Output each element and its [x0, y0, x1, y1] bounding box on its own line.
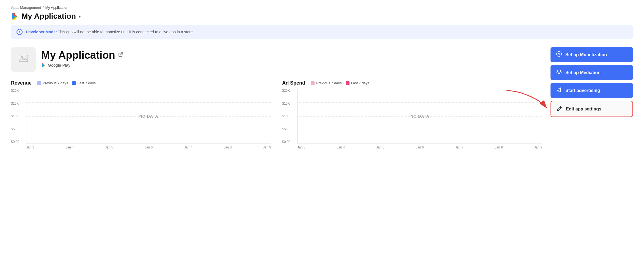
edit-icon	[557, 105, 563, 113]
buttons-panel: $ Set up Monetization Set up Mediation	[551, 47, 633, 117]
app-dropdown-button[interactable]: ▾	[79, 14, 81, 19]
setup-monetization-label: Set up Monetization	[565, 52, 607, 57]
revenue-last-dot	[72, 81, 76, 85]
page-title: My Application	[21, 12, 76, 21]
adspend-chart-header: Ad Spend Previous 7 days Last 7 days	[282, 80, 542, 86]
setup-mediation-label: Set up Mediation	[565, 70, 601, 75]
app-name-heading: My Application	[41, 49, 115, 61]
dev-mode-banner: ! Developer Mode: This app will not be a…	[11, 25, 633, 39]
dev-mode-text: Developer Mode: This app will not be abl…	[26, 30, 194, 34]
breadcrumb-separator: /	[43, 6, 44, 10]
revenue-prev-dot	[37, 81, 41, 85]
right-panel: $ Set up Monetization Set up Mediation	[551, 47, 633, 117]
adspend-last-dot	[346, 81, 349, 85]
adspend-legend-last: Last 7 days	[346, 81, 370, 85]
dev-mode-message: This app will not be able to monetize un…	[57, 30, 194, 34]
revenue-chart-area: NO DATA	[26, 89, 271, 144]
revenue-prev-label: Previous 7 days	[43, 81, 68, 85]
breadcrumb: Apps Management / My Application	[11, 6, 633, 10]
revenue-chart-header: Revenue Previous 7 days Last 7 days	[11, 80, 271, 86]
setup-monetization-button[interactable]: $ Set up Monetization	[551, 47, 633, 62]
app-name-main: My Application	[41, 49, 123, 61]
megaphone-icon	[556, 87, 562, 94]
revenue-legend-previous: Previous 7 days	[37, 81, 68, 85]
adspend-prev-dot	[311, 81, 315, 85]
revenue-legend-last: Last 7 days	[72, 81, 96, 85]
svg-text:$: $	[558, 52, 560, 56]
adspend-legend-previous: Previous 7 days	[311, 81, 342, 85]
adspend-prev-label: Previous 7 days	[316, 81, 342, 85]
svg-rect-4	[19, 55, 28, 62]
revenue-no-data: NO DATA	[139, 114, 158, 118]
revenue-x-labels: Jan 3 Jan 4 Jan 5 Jan 6 Jan 7 Jan 8 Jan …	[26, 145, 271, 149]
revenue-last-label: Last 7 days	[78, 81, 96, 85]
app-store-row: Google Play	[41, 63, 123, 67]
revenue-y-labels: $20K $15K $10K $5K $0.00	[11, 89, 19, 144]
breadcrumb-parent[interactable]: Apps Management	[11, 6, 41, 10]
adspend-legend: Previous 7 days Last 7 days	[311, 81, 369, 85]
app-store-label: Google Play	[48, 63, 70, 67]
dev-mode-bold: Developer Mode:	[26, 30, 57, 34]
layers-icon	[556, 69, 562, 76]
charts-container: Revenue Previous 7 days Last 7 days	[11, 80, 542, 149]
adspend-chart-title: Ad Spend	[282, 80, 305, 86]
start-advertising-button[interactable]: Start advertising	[551, 83, 633, 98]
revenue-chart-title: Revenue	[11, 80, 32, 86]
start-advertising-label: Start advertising	[565, 88, 600, 93]
google-play-icon	[11, 12, 19, 20]
adspend-x-labels: Jan 3 Jan 4 Jan 5 Jan 6 Jan 7 Jan 8 Jan …	[297, 145, 542, 149]
edit-app-settings-label: Edit app settings	[566, 107, 601, 112]
external-link-icon[interactable]	[118, 52, 123, 59]
app-title-row: My Application ▾	[11, 12, 633, 21]
breadcrumb-current: My Application	[45, 6, 68, 10]
adspend-no-data: NO DATA	[411, 114, 430, 118]
image-placeholder-icon	[18, 53, 29, 66]
app-info-row: My Application	[11, 47, 542, 72]
app-name-block: My Application	[41, 47, 123, 67]
setup-mediation-button[interactable]: Set up Mediation	[551, 65, 633, 80]
adspend-chart: Ad Spend Previous 7 days Last 7 days	[282, 80, 542, 149]
google-play-small-icon	[41, 63, 46, 67]
left-panel: My Application	[11, 47, 542, 149]
info-icon: !	[16, 29, 23, 35]
edit-app-settings-button[interactable]: Edit app settings	[551, 101, 633, 117]
adspend-chart-area: NO DATA	[297, 89, 542, 144]
adspend-y-labels: $20K $15K $10K $5K $0.00	[282, 89, 290, 144]
revenue-chart: Revenue Previous 7 days Last 7 days	[11, 80, 271, 149]
app-thumbnail	[11, 47, 36, 72]
main-content: My Application	[11, 47, 633, 149]
dollar-icon: $	[556, 51, 562, 58]
adspend-last-label: Last 7 days	[351, 81, 370, 85]
revenue-legend: Previous 7 days Last 7 days	[37, 81, 96, 85]
